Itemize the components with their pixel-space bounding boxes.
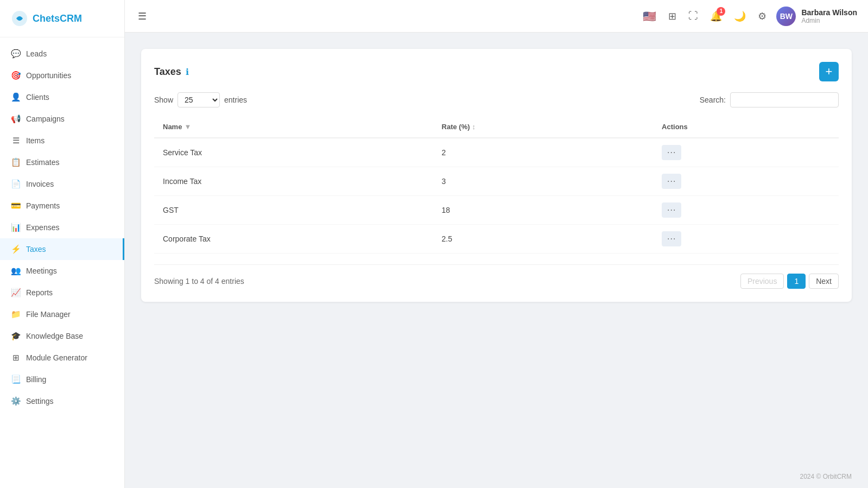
sidebar-item-clients[interactable]: 👤 Clients [0, 86, 124, 108]
sidebar-item-campaigns[interactable]: 📢 Campaigns [0, 108, 124, 130]
avatar: BW [776, 7, 796, 26]
tax-rate-cell: 2.5 [433, 225, 654, 253]
sidebar-item-billing[interactable]: 📃 Billing [0, 369, 124, 390]
action-menu-button[interactable]: ··· [662, 145, 681, 160]
fullscreen-icon: ⛶ [688, 10, 698, 22]
entries-select[interactable]: 102550100 [178, 92, 220, 107]
action-menu-button[interactable]: ··· [662, 231, 681, 246]
sidebar: ChetsCRM 💬 Leads 🎯 Opportunities 👤 Clien… [0, 0, 125, 488]
sidebar-item-opportunities[interactable]: 🎯 Opportunities [0, 65, 124, 86]
sidebar-item-module-generator[interactable]: ⊞ Module Generator [0, 347, 124, 369]
tax-name-cell[interactable]: Corporate Tax [154, 225, 433, 253]
page-title: Taxes [154, 66, 181, 78]
grid-button[interactable]: ⊞ [666, 8, 679, 24]
dark-mode-button[interactable]: 🌙 [732, 8, 748, 24]
actions-cell: ··· [653, 138, 839, 167]
actions-cell: ··· [653, 225, 839, 253]
sidebar-item-items[interactable]: ☰ Items [0, 130, 124, 151]
logo[interactable]: ChetsCRM [0, 0, 124, 37]
entries-label: entries [224, 96, 247, 104]
tax-rate-cell: 18 [433, 196, 654, 225]
previous-button[interactable]: Previous [740, 274, 784, 289]
fullscreen-button[interactable]: ⛶ [686, 8, 700, 24]
notification-button[interactable]: 🔔 1 [708, 8, 724, 24]
sidebar-item-label: Taxes [26, 245, 46, 253]
table-controls: Show 102550100 entries Search: [154, 92, 839, 107]
header: ☰ 🇺🇸 ⊞ ⛶ 🔔 1 🌙 ⚙ BW [125, 0, 868, 33]
clients-icon: 👤 [11, 92, 21, 102]
sidebar-item-label: Clients [26, 93, 49, 102]
main-area: ☰ 🇺🇸 ⊞ ⛶ 🔔 1 🌙 ⚙ BW [125, 0, 868, 488]
file-manager-icon: 📁 [11, 309, 21, 319]
sidebar-item-label: Leads [26, 49, 47, 58]
show-entries: Show 102550100 entries [154, 92, 247, 107]
sidebar-item-label: Estimates [26, 158, 59, 167]
sidebar-item-knowledge-base[interactable]: 🎓 Knowledge Base [0, 325, 124, 347]
footer: 2024 © OrbitCRM [125, 465, 868, 488]
user-info: Barbara Wilson Admin [801, 8, 857, 24]
add-button[interactable]: + [819, 62, 839, 81]
page-title-row: Taxes ℹ [154, 66, 189, 78]
header-left: ☰ [136, 8, 149, 24]
tax-name-cell[interactable]: GST [154, 196, 433, 225]
table-body: Service Tax2···Income Tax3···GST18···Cor… [154, 138, 839, 253]
sidebar-item-meetings[interactable]: 👥 Meetings [0, 260, 124, 282]
gear-icon: ⚙ [758, 10, 766, 22]
actions-cell: ··· [653, 167, 839, 196]
sidebar-item-taxes[interactable]: ⚡ Taxes [0, 238, 124, 260]
flag-icon: 🇺🇸 [643, 10, 656, 23]
user-profile[interactable]: BW Barbara Wilson Admin [776, 7, 857, 26]
invoices-icon: 📄 [11, 179, 21, 189]
sidebar-item-payments[interactable]: 💳 Payments [0, 195, 124, 217]
items-icon: ☰ [11, 136, 21, 145]
search-box: Search: [700, 92, 839, 107]
flag-button[interactable]: 🇺🇸 [641, 8, 658, 25]
info-icon[interactable]: ℹ [186, 67, 189, 77]
meetings-icon: 👥 [11, 266, 21, 276]
settings-icon: ⚙️ [11, 396, 21, 406]
sidebar-item-label: File Manager [26, 310, 71, 319]
sidebar-item-estimates[interactable]: 📋 Estimates [0, 151, 124, 173]
pagination-row: Showing 1 to 4 of 4 entries Previous 1 N… [154, 264, 839, 289]
action-menu-button[interactable]: ··· [662, 174, 681, 189]
content-area: Taxes ℹ + Show 102550100 entries Search: [125, 33, 868, 465]
col-header-rate[interactable]: Rate (%)↕ [433, 116, 654, 138]
search-label: Search: [700, 96, 726, 104]
tax-name-cell[interactable]: Income Tax [154, 167, 433, 196]
sidebar-item-label: Expenses [26, 223, 59, 232]
sidebar-item-leads[interactable]: 💬 Leads [0, 43, 124, 65]
sidebar-item-file-manager[interactable]: 📁 File Manager [0, 303, 124, 325]
page-header: Taxes ℹ + [154, 62, 839, 81]
moon-icon: 🌙 [734, 10, 746, 22]
table-row: Service Tax2··· [154, 138, 839, 167]
sort-icon-name: ▼ [184, 123, 191, 131]
sidebar-item-label: Reports [26, 288, 53, 297]
table-head: Name▼Rate (%)↕Actions [154, 116, 839, 138]
sidebar-item-invoices[interactable]: 📄 Invoices [0, 173, 124, 195]
table-row: Corporate Tax2.5··· [154, 225, 839, 253]
action-menu-button[interactable]: ··· [662, 202, 681, 218]
billing-icon: 📃 [11, 375, 21, 384]
tax-rate-cell: 2 [433, 138, 654, 167]
actions-cell: ··· [653, 196, 839, 225]
tax-name-cell[interactable]: Service Tax [154, 138, 433, 167]
sidebar-item-expenses[interactable]: 📊 Expenses [0, 217, 124, 238]
sidebar-item-reports[interactable]: 📈 Reports [0, 282, 124, 303]
sidebar-item-label: Settings [26, 397, 54, 405]
page-1-button[interactable]: 1 [787, 274, 806, 289]
settings-button[interactable]: ⚙ [756, 8, 769, 24]
next-button[interactable]: Next [809, 274, 839, 289]
search-input[interactable] [730, 92, 839, 107]
sidebar-item-settings[interactable]: ⚙️ Settings [0, 390, 124, 412]
expenses-icon: 📊 [11, 223, 21, 232]
tax-rate-cell: 3 [433, 167, 654, 196]
page-card: Taxes ℹ + Show 102550100 entries Search: [141, 49, 852, 302]
sidebar-item-label: Items [26, 136, 45, 145]
sidebar-item-label: Opportunities [26, 71, 71, 80]
leads-icon: 💬 [11, 49, 21, 59]
sidebar-nav: 💬 Leads 🎯 Opportunities 👤 Clients 📢 Camp… [0, 37, 124, 488]
reports-icon: 📈 [11, 288, 21, 297]
sidebar-item-label: Campaigns [26, 115, 65, 123]
hamburger-button[interactable]: ☰ [136, 8, 149, 24]
col-header-name[interactable]: Name▼ [154, 116, 433, 138]
